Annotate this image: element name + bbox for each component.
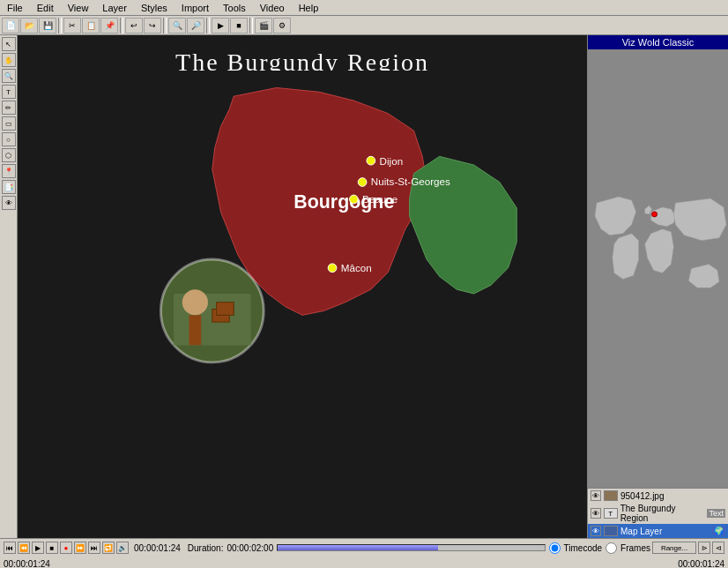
toolbar-save[interactable]: 💾	[39, 18, 56, 34]
timeline-bar[interactable]	[277, 544, 545, 551]
timeline-duration: 00:00:02:00	[227, 543, 273, 553]
menu-import[interactable]: Import	[175, 3, 216, 13]
timeline-duration-label: Duration:	[188, 543, 224, 553]
left-icon-draw[interactable]: ✏	[2, 101, 16, 115]
layer-icon-2: 🌍	[712, 527, 725, 535]
layer-visibility-1[interactable]: 👁	[591, 508, 601, 519]
tl-next-frame[interactable]: ⏩	[74, 542, 86, 554]
toolbar: 📄 📂 💾 ✂ 📋 📌 ↩ ↪ 🔍 🔎 ▶ ■ 🎬 ⚙	[0, 16, 728, 35]
menu-video[interactable]: Video	[253, 3, 292, 13]
layer-visibility-2[interactable]: 👁	[591, 526, 601, 536]
tl-record[interactable]: ●	[60, 542, 72, 554]
left-icon-layer[interactable]: 📑	[2, 180, 16, 194]
tl-goto-tc[interactable]: ⊳	[698, 542, 710, 554]
toolbar-render[interactable]: 🎬	[255, 18, 272, 34]
svg-point-5	[350, 195, 359, 204]
toolbar-sep2	[120, 18, 123, 34]
toolbar-sep5	[249, 18, 253, 34]
toolbar-zoom-in[interactable]: 🔍	[168, 18, 186, 34]
toolbar-sep4	[206, 18, 210, 34]
svg-rect-12	[189, 315, 202, 345]
layer-thumb-1: T	[604, 508, 618, 519]
timeline-bottom-time: 00:00:01:24	[4, 559, 50, 569]
left-icon-poly[interactable]: ⬡	[2, 148, 16, 162]
left-icon-circle[interactable]: ○	[2, 132, 16, 146]
svg-point-17	[652, 212, 657, 217]
layer-item-2[interactable]: 👁 Map Layer 🌍	[588, 524, 728, 538]
menu-edit[interactable]: Edit	[30, 3, 61, 13]
menu-layer[interactable]: Layer	[95, 3, 134, 13]
viz-title: Viz Wold Classic	[588, 35, 728, 49]
toolbar-open[interactable]: 📂	[20, 18, 38, 34]
tl-play[interactable]: ▶	[32, 542, 44, 554]
timeline-info: 00:00:01:24 00:00:01:24	[0, 557, 728, 568]
menu-file[interactable]: File	[0, 3, 30, 13]
timeline-progress	[278, 545, 437, 550]
left-icon-zoom[interactable]: 🔍	[2, 69, 16, 83]
tl-end-tc[interactable]: ⊲	[712, 542, 724, 554]
svg-point-7	[328, 264, 337, 273]
main-area: ↖ ✋ 🔍 T ✏ ▭ ○ ⬡ 📍 📑 👁 The Burgundy Regio…	[0, 35, 728, 538]
left-icon-panel: ↖ ✋ 🔍 T ✏ ▭ ○ ⬡ 📍 📑 👁	[0, 35, 18, 538]
toolbar-zoom-out[interactable]: 🔎	[187, 18, 204, 34]
burgundy-map-svg: Bourgogne Dijon Nuits-St-Georges Beaune …	[79, 71, 525, 379]
menu-bar: File Edit View Layer Styles Import Tools…	[0, 0, 728, 16]
menu-help[interactable]: Help	[292, 3, 326, 13]
timeline-mode: Timecode Frames	[549, 542, 650, 554]
tl-loop[interactable]: 🔁	[102, 542, 115, 554]
toolbar-sep1	[58, 18, 62, 34]
right-panel: Viz Wold Classic	[587, 35, 728, 538]
toolbar-play[interactable]: ▶	[212, 18, 229, 34]
toolbar-new[interactable]: 📄	[2, 18, 19, 34]
layer-name-2: Map Layer	[620, 527, 662, 536]
range-button[interactable]: Range...	[652, 542, 696, 554]
svg-point-1	[367, 156, 375, 165]
svg-text:Nuits-St-Georges: Nuits-St-Georges	[371, 176, 450, 187]
toolbar-copy[interactable]: 📋	[82, 18, 100, 34]
svg-text:photo: photo	[178, 355, 195, 362]
menu-styles[interactable]: Styles	[134, 3, 175, 13]
menu-view[interactable]: View	[61, 3, 96, 13]
svg-point-3	[358, 178, 367, 187]
layer-type-1: Text	[707, 509, 725, 518]
toolbar-paste[interactable]: 📌	[100, 18, 118, 34]
world-map-container	[588, 49, 728, 488]
svg-text:Beaune: Beaune	[362, 193, 397, 205]
svg-text:Dijon: Dijon	[380, 155, 404, 167]
layer-name-0: 950412.jpg	[620, 491, 665, 501]
tl-prev-frame[interactable]: ⏪	[18, 542, 30, 554]
left-icon-text[interactable]: T	[2, 85, 16, 99]
svg-rect-14	[217, 303, 234, 316]
left-icon-pin[interactable]: 📍	[2, 164, 16, 178]
layer-visibility-0[interactable]: 👁	[591, 490, 601, 501]
toolbar-sep3	[163, 18, 167, 34]
tl-goto-end[interactable]: ⏭	[88, 542, 100, 554]
menu-tools[interactable]: Tools	[216, 3, 253, 13]
layer-thumb-2	[604, 526, 618, 536]
toolbar-redo[interactable]: ↪	[144, 18, 161, 34]
toolbar-cut[interactable]: ✂	[63, 18, 81, 34]
timeline-controls: ⏮ ⏪ ▶ ■ ● ⏩ ⏭ 🔁 🔊 00:00:01:24 Duration: …	[0, 539, 728, 557]
left-icon-move[interactable]: ✋	[2, 53, 16, 67]
layer-list: 👁 950412.jpg 👁 T The Burgundy Region Tex…	[588, 488, 728, 538]
timecode-radio[interactable]	[549, 542, 561, 554]
layer-item-0[interactable]: 👁 950412.jpg	[588, 489, 728, 503]
map-area: The Burgundy Region Bourgogne Dijon Nuit…	[18, 35, 587, 538]
toolbar-stop[interactable]: ■	[230, 18, 248, 34]
tl-audio[interactable]: 🔊	[116, 542, 129, 554]
toolbar-undo[interactable]: ↩	[125, 18, 143, 34]
left-icon-select[interactable]: ↖	[2, 37, 16, 51]
layer-thumb-0	[604, 490, 618, 501]
world-map-svg	[588, 49, 728, 488]
tl-goto-start[interactable]: ⏮	[4, 542, 16, 554]
layer-item-1[interactable]: 👁 T The Burgundy Region Text	[588, 503, 728, 524]
tl-stop[interactable]: ■	[46, 542, 58, 554]
svg-text:Mâcon: Mâcon	[341, 262, 372, 273]
frames-radio[interactable]	[605, 542, 617, 554]
left-icon-rect[interactable]: ▭	[2, 116, 16, 131]
toolbar-settings[interactable]: ⚙	[273, 18, 291, 34]
timeline: ⏮ ⏪ ▶ ■ ● ⏩ ⏭ 🔁 🔊 00:00:01:24 Duration: …	[0, 538, 728, 568]
left-icon-eye[interactable]: 👁	[2, 196, 16, 210]
timeline-current: 00:00:01:24	[134, 543, 181, 553]
svg-point-11	[182, 289, 208, 315]
